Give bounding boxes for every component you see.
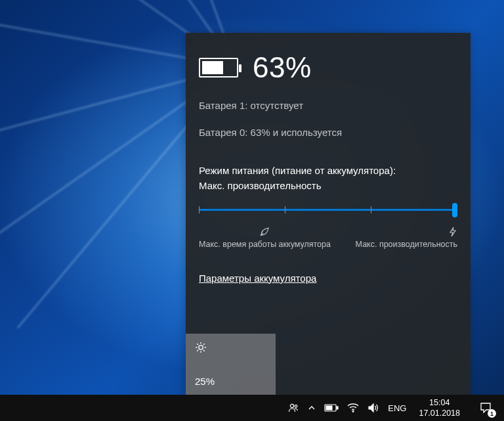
battery-settings-link[interactable]: Параметры аккумулятора (199, 273, 316, 284)
svg-line-5 (197, 343, 198, 345)
lightning-icon (448, 227, 457, 237)
battery-percent: 63% (253, 51, 312, 84)
tray-date: 17.01.2018 (419, 408, 460, 418)
slider-right-label: Макс. производительность (356, 240, 457, 249)
svg-point-10 (295, 405, 297, 408)
svg-line-8 (203, 343, 205, 345)
svg-rect-12 (337, 407, 338, 409)
power-mode-slider[interactable] (199, 200, 457, 220)
taskbar: ENG 15:04 17.01.2018 1 (0, 395, 504, 421)
svg-point-9 (291, 404, 294, 407)
brightness-icon (195, 342, 266, 353)
people-icon[interactable] (287, 402, 299, 414)
tray-battery-icon[interactable] (324, 403, 339, 412)
brightness-tile[interactable]: 25% (186, 334, 276, 395)
battery1-status: Батарея 1: отсутствует (199, 100, 457, 111)
tray-time: 15:04 (419, 397, 460, 408)
battery0-status: Батарея 0: 63% и используется (199, 127, 457, 138)
brightness-value: 25% (195, 376, 266, 387)
notification-badge: 1 (488, 409, 496, 418)
volume-icon[interactable] (368, 403, 379, 413)
tray-clock[interactable]: 15:04 17.01.2018 (415, 397, 464, 419)
language-indicator[interactable]: ENG (388, 403, 406, 413)
slider-left-label: Макс. время работы аккумулятора (199, 240, 331, 249)
chevron-up-icon[interactable] (308, 404, 316, 412)
wifi-icon[interactable] (347, 403, 359, 412)
svg-point-14 (352, 410, 354, 412)
leaf-icon (199, 227, 331, 237)
svg-line-6 (203, 350, 205, 351)
battery-flyout: 63% Батарея 1: отсутствует Батарея 0: 63… (186, 33, 471, 395)
desktop-wallpaper: 63% Батарея 1: отсутствует Батарея 0: 63… (0, 0, 504, 395)
battery-icon (199, 58, 238, 78)
action-center-icon[interactable]: 1 (472, 395, 499, 421)
slider-thumb[interactable] (452, 203, 457, 217)
svg-line-7 (197, 350, 198, 351)
svg-rect-13 (326, 406, 332, 410)
power-mode-label: Режим питания (питание от аккумулятора):… (199, 163, 457, 194)
svg-point-0 (199, 345, 203, 349)
